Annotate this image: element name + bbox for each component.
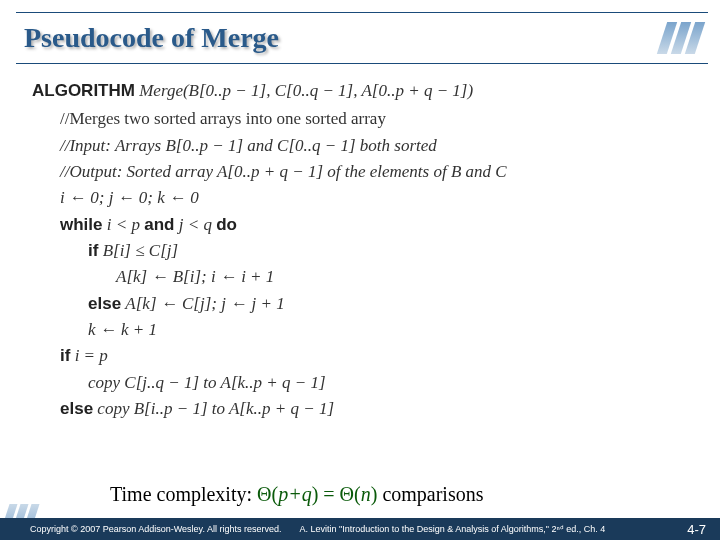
else-keyword: else	[88, 294, 121, 313]
copy-line: copy C[j..q − 1] to A[k..p + q − 1]	[32, 370, 700, 396]
do-keyword: do	[216, 215, 237, 234]
comment-line: //Input: Arrays B[0..p − 1] and C[0..q −…	[32, 133, 700, 159]
init-line: i ← 0; j ← 0; k ← 0	[32, 185, 700, 211]
if-cond: i = p	[75, 346, 108, 365]
pseudocode-block: ALGORITHM Merge(B[0..p − 1], C[0..q − 1]…	[32, 78, 700, 422]
else-keyword: else	[60, 399, 93, 418]
algorithm-signature: Merge(B[0..p − 1], C[0..q − 1], A[0..p +…	[139, 81, 473, 100]
complexity-suffix: comparisons	[377, 483, 483, 505]
comment-line: //Output: Sorted array A[0..p + q − 1] o…	[32, 159, 700, 185]
if-keyword: if	[60, 346, 70, 365]
if-keyword: if	[88, 241, 98, 260]
algorithm-keyword: ALGORITHM	[32, 81, 135, 100]
comment-line: //Merges two sorted arrays into one sort…	[32, 106, 700, 132]
slide-title: Pseudocode of Merge	[16, 22, 279, 54]
page-number: 4-7	[687, 522, 720, 537]
footer-bar: Copyright © 2007 Pearson Addison-Wesley.…	[0, 518, 720, 540]
reference: A. Levitin "Introduction to the Design &…	[299, 524, 687, 534]
while-cond: i < p	[107, 215, 140, 234]
if-cond: B[i] ≤ C[j]	[103, 241, 178, 260]
copyright: Copyright © 2007 Pearson Addison-Wesley.…	[30, 524, 281, 534]
else-body: A[k] ← C[j]; j ← j + 1	[125, 294, 284, 313]
while-cond: j < q	[179, 215, 212, 234]
complexity-expr: Θ(p+q) = Θ(n)	[257, 483, 377, 505]
while-keyword: while	[60, 215, 103, 234]
k-increment: k ← k + 1	[32, 317, 700, 343]
and-keyword: and	[144, 215, 174, 234]
title-bar: Pseudocode of Merge	[16, 12, 708, 64]
complexity-label: Time complexity:	[110, 483, 257, 505]
time-complexity: Time complexity: Θ(p+q) = Θ(n) compariso…	[110, 483, 483, 506]
corner-decoration	[662, 22, 700, 54]
copy-line: copy B[i..p − 1] to A[k..p + q − 1]	[97, 399, 334, 418]
then-body: A[k] ← B[i]; i ← i + 1	[32, 264, 700, 290]
